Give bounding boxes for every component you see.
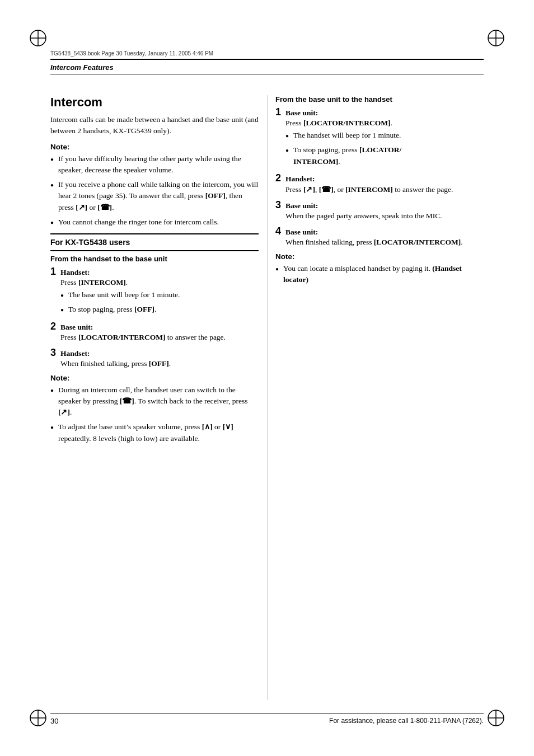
step-content-2: Press [LOCATOR/INTERCOM] to answer the p… bbox=[60, 333, 259, 342]
header-section-title: Intercom Features bbox=[50, 61, 484, 74]
intro-text: Intercom calls can be made between a han… bbox=[50, 114, 259, 137]
left-step-1: 1 Handset: Press [INTERCOM]. The base un… bbox=[50, 266, 259, 316]
header-bottom-rule bbox=[50, 74, 484, 74]
right-step-bullets-1: The handset will beep for 1 minute. To s… bbox=[285, 130, 484, 167]
step-number-3: 3 bbox=[50, 348, 56, 358]
step-title-3: Handset: bbox=[60, 349, 90, 358]
right-step-4: 4 Base unit: When finished talking, pres… bbox=[275, 226, 484, 247]
right-step-number-1: 1 bbox=[275, 107, 281, 117]
right-step-3: 3 Base unit: When the paged party answer… bbox=[275, 200, 484, 220]
right-step-1: 1 Base unit: Press [LOCATOR/INTERCOM]. T… bbox=[275, 107, 484, 167]
right-notes-list: You can locate a misplaced handset by pa… bbox=[275, 263, 484, 286]
right-step-content-2: Press [↗], [☎︎], or [INTERCOM] to answer… bbox=[285, 185, 484, 194]
right-step-number-2: 2 bbox=[275, 173, 281, 183]
right-note-item: You can locate a misplaced handset by pa… bbox=[275, 263, 484, 286]
right-step-number-4: 4 bbox=[275, 226, 281, 236]
for-users-heading: For KX-TG5438 users bbox=[50, 238, 259, 247]
left-notes-list: If you have difficulty hearing the other… bbox=[50, 153, 259, 228]
right-step-body-3: When the paged party answers, speak into… bbox=[285, 212, 484, 220]
from-handset-heading: From the handset to the base unit bbox=[50, 255, 259, 263]
right-step-bullet: To stop paging, press [LOCATOR/INTERCOM]… bbox=[285, 144, 484, 167]
sub-rule-2 bbox=[50, 250, 259, 251]
step-body-3: When finished talking, press [OFF]. bbox=[60, 359, 259, 368]
corner-mark-tl bbox=[28, 28, 48, 48]
right-step-2: 2 Handset: Press [↗], [☎︎], or [INTERCOM… bbox=[275, 173, 484, 194]
right-step-content-1: Press [LOCATOR/INTERCOM]. The handset wi… bbox=[285, 119, 484, 167]
right-step-content-4: When finished talking, press [LOCATOR/IN… bbox=[285, 238, 484, 247]
right-note-label: Note: bbox=[275, 252, 484, 261]
sub-rule-1 bbox=[50, 233, 259, 234]
footer: 30 For assistance, please call 1-800-211… bbox=[50, 713, 484, 725]
step-bullet: To stop paging, press [OFF]. bbox=[60, 304, 259, 315]
step-title-1: Handset: bbox=[60, 268, 90, 277]
left-note-item: If you receive a phone call while talkin… bbox=[50, 179, 259, 213]
step-title-2: Base unit: bbox=[60, 323, 93, 332]
corner-mark-br bbox=[486, 708, 506, 728]
right-step-number-3: 3 bbox=[275, 200, 281, 210]
right-step-body-2: Press [↗], [☎︎], or [INTERCOM] to answer… bbox=[285, 185, 484, 194]
right-column: From the base unit to the handset 1 Base… bbox=[275, 95, 484, 700]
step-number-2: 2 bbox=[50, 321, 56, 331]
step-content-3: When finished talking, press [OFF]. bbox=[60, 359, 259, 368]
right-subheading: From the base unit to the handset bbox=[275, 95, 484, 104]
footer-assistance-text: For assistance, please call 1-800-211-PA… bbox=[329, 717, 484, 725]
left-note-item: You cannot change the ringer tone for in… bbox=[50, 217, 259, 228]
footer-page-number: 30 bbox=[50, 717, 58, 725]
right-step-title-4: Base unit: bbox=[285, 228, 318, 237]
step-bullet: The base unit will beep for 1 minute. bbox=[60, 289, 259, 300]
right-step-title-3: Base unit: bbox=[285, 201, 318, 210]
right-step-content-3: When the paged party answers, speak into… bbox=[285, 212, 484, 220]
header-meta: TG5438_5439.book Page 30 Tuesday, Januar… bbox=[50, 50, 484, 57]
step-body-2: Press [LOCATOR/INTERCOM] to answer the p… bbox=[60, 333, 259, 342]
left-column: Intercom Intercom calls can be made betw… bbox=[50, 95, 259, 700]
right-step-title-1: Base unit: bbox=[285, 109, 318, 118]
left-note-item: If you have difficulty hearing the other… bbox=[50, 153, 259, 176]
left-notes-2-list: During an intercom call, the handset use… bbox=[50, 384, 259, 444]
corner-mark-tr bbox=[486, 28, 506, 48]
content-area: Intercom Intercom calls can be made betw… bbox=[50, 95, 484, 700]
note-label-2: Note: bbox=[50, 374, 259, 382]
note-label-1: Note: bbox=[50, 143, 259, 151]
right-step-bullet: The handset will beep for 1 minute. bbox=[285, 130, 484, 141]
header-top-rule bbox=[50, 59, 484, 60]
header-area: TG5438_5439.book Page 30 Tuesday, Januar… bbox=[50, 50, 484, 74]
step-number-1: 1 bbox=[50, 266, 56, 276]
left-note2-item: During an intercom call, the handset use… bbox=[50, 384, 259, 419]
left-step-3: 3 Handset: When finished talking, press … bbox=[50, 348, 259, 368]
step-bullets-1: The base unit will beep for 1 minute. To… bbox=[60, 289, 259, 316]
right-step-title-2: Handset: bbox=[285, 175, 315, 184]
main-heading: Intercom bbox=[50, 95, 259, 110]
left-step-2: 2 Base unit: Press [LOCATOR/INTERCOM] to… bbox=[50, 321, 259, 342]
step-body-1: Press [INTERCOM]. bbox=[60, 278, 259, 287]
corner-mark-bl bbox=[28, 708, 48, 728]
step-content-1: Press [INTERCOM]. The base unit will bee… bbox=[60, 278, 259, 316]
left-note2-item: To adjust the base unit’s speaker volume… bbox=[50, 421, 259, 444]
right-step-body-4: When finished talking, press [LOCATOR/IN… bbox=[285, 238, 484, 247]
right-step-body-1: Press [LOCATOR/INTERCOM]. bbox=[285, 119, 484, 128]
